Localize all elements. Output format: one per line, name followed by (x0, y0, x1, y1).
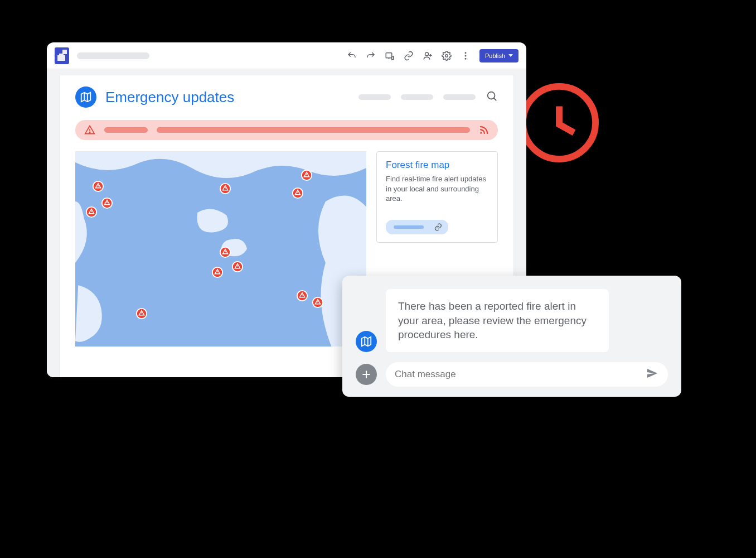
site-header: Emergency updates (60, 75, 513, 116)
sites-app-icon (55, 47, 69, 64)
chat-message-bubble: There has been a reported fire alert in … (386, 289, 609, 352)
info-card-title: Forest fire map (386, 160, 488, 171)
chat-bot-avatar (356, 331, 377, 352)
site-name-placeholder (77, 52, 149, 59)
chat-card: There has been a reported fire alert in … (342, 276, 681, 397)
link-icon (434, 223, 443, 232)
alert-text-placeholder (104, 127, 148, 133)
svg-point-8 (89, 132, 90, 133)
info-card-body: Find real-time fire alert updates in you… (386, 174, 488, 204)
fire-map[interactable] (75, 151, 366, 347)
clock-decoration (518, 81, 600, 164)
send-icon[interactable] (646, 367, 659, 382)
fire-alert-pin[interactable] (211, 266, 224, 278)
svg-rect-1 (386, 52, 392, 57)
rss-icon[interactable] (479, 125, 489, 135)
info-card-link[interactable] (386, 220, 448, 234)
alert-banner (75, 120, 498, 140)
map-icon (75, 86, 96, 108)
nav-item-placeholder[interactable] (401, 94, 433, 100)
fire-alert-pin[interactable] (219, 246, 231, 258)
svg-point-3 (445, 54, 448, 57)
more-vert-icon[interactable] (461, 51, 471, 61)
preview-icon[interactable] (385, 51, 395, 61)
fire-alert-pin[interactable] (292, 187, 304, 199)
nav-item-placeholder[interactable] (443, 94, 476, 100)
svg-point-12 (98, 186, 98, 187)
svg-point-9 (480, 132, 482, 134)
svg-point-2 (425, 52, 428, 56)
fire-alert-pin[interactable] (92, 180, 104, 193)
chat-input[interactable] (386, 362, 668, 387)
publish-button-label: Publish (485, 52, 505, 59)
link-text-placeholder (394, 225, 424, 229)
settings-gear-icon[interactable] (442, 51, 452, 61)
nav-item-placeholder[interactable] (358, 94, 391, 100)
chat-input-field[interactable] (395, 369, 646, 380)
fire-alert-pin[interactable] (85, 206, 98, 218)
fire-alert-pin[interactable] (135, 307, 148, 320)
link-icon[interactable] (404, 51, 414, 61)
warning-triangle-icon (84, 124, 95, 136)
page-title: Emergency updates (105, 89, 234, 106)
chevron-down-icon (508, 54, 513, 57)
chat-message-text: There has been a reported fire alert in … (398, 300, 587, 340)
publish-button[interactable]: Publish (479, 49, 518, 62)
redo-icon[interactable] (366, 51, 376, 61)
alert-text-placeholder (157, 127, 470, 133)
share-icon[interactable] (423, 51, 433, 61)
svg-point-4 (464, 52, 466, 54)
fire-alert-pin[interactable] (101, 197, 113, 209)
svg-point-7 (488, 92, 495, 99)
editor-toolbar: Publish (47, 42, 526, 69)
fire-alert-pin[interactable] (296, 290, 308, 302)
fire-alert-pin[interactable] (219, 182, 231, 195)
fire-alert-pin[interactable] (301, 169, 313, 181)
undo-icon[interactable] (347, 51, 357, 61)
fire-alert-pin[interactable] (231, 261, 244, 273)
search-icon[interactable] (486, 90, 498, 104)
fire-alert-pin[interactable] (312, 296, 324, 309)
info-card: Forest fire map Find real-time fire aler… (376, 151, 498, 243)
svg-point-6 (464, 57, 466, 59)
add-attachment-button[interactable] (356, 364, 377, 385)
svg-point-5 (464, 55, 466, 56)
